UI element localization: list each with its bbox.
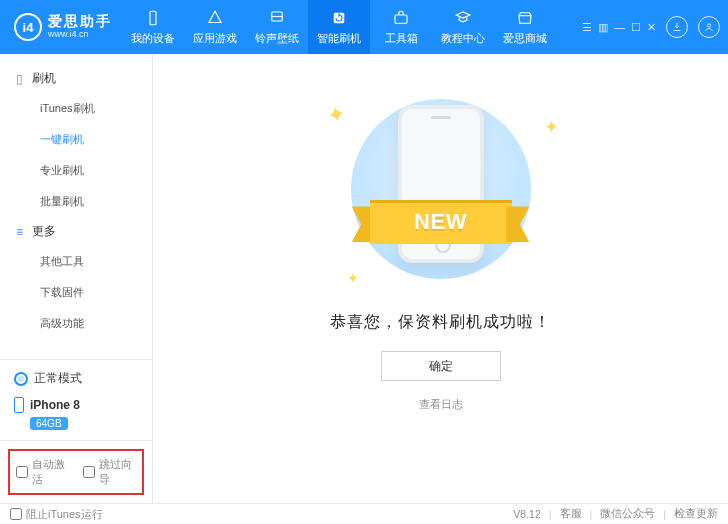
checkbox-input[interactable]: [10, 508, 22, 520]
wechat-link[interactable]: 微信公众号: [600, 507, 655, 521]
nav-label: 应用游戏: [193, 31, 237, 46]
view-log-link[interactable]: 查看日志: [419, 397, 463, 412]
app-header: i4 爱思助手 www.i4.cn 我的设备 应用游戏 铃声壁纸 智能刷机 工具…: [0, 0, 728, 54]
ok-button[interactable]: 确定: [381, 351, 501, 381]
group-title: 更多: [32, 223, 56, 240]
device-storage-badge: 64GB: [30, 417, 68, 430]
status-bar: 阻止iTunes运行 V8.12| 客服| 微信公众号| 检查更新: [0, 503, 728, 524]
success-message: 恭喜您，保资料刷机成功啦！: [330, 312, 551, 333]
window-close-icon[interactable]: ✕: [647, 21, 656, 34]
app-logo: i4 爱思助手 www.i4.cn: [0, 13, 122, 41]
toolbox-icon: [392, 9, 410, 27]
nav-apps[interactable]: 应用游戏: [184, 0, 246, 54]
support-link[interactable]: 客服: [560, 507, 582, 521]
device-icon: [144, 9, 162, 27]
device-name: iPhone 8: [30, 398, 80, 412]
sidebar-item-itunes-flash[interactable]: iTunes刷机: [0, 93, 152, 124]
checkbox-label: 跳过向导: [99, 457, 136, 487]
sidebar-item-download-fw[interactable]: 下载固件: [0, 277, 152, 308]
logo-icon: i4: [14, 13, 42, 41]
nav-label: 教程中心: [441, 31, 485, 46]
success-banner: ✦ ✦ ✦ NEW: [321, 94, 561, 284]
svg-rect-3: [395, 15, 407, 23]
nav-toolbox[interactable]: 工具箱: [370, 0, 432, 54]
version-label: V8.12: [513, 508, 540, 520]
download-button[interactable]: [666, 16, 688, 38]
account-button[interactable]: [698, 16, 720, 38]
checkbox-block-itunes[interactable]: 阻止iTunes运行: [10, 507, 103, 522]
sidebar-group-more: ≡更多: [0, 217, 152, 246]
sidebar-item-advanced[interactable]: 高级功能: [0, 308, 152, 339]
checkbox-input[interactable]: [16, 466, 28, 478]
highlighted-options: 自动激活 跳过向导: [10, 451, 142, 493]
sidebar-item-batch-flash[interactable]: 批量刷机: [0, 186, 152, 217]
checkbox-auto-activate[interactable]: 自动激活: [16, 457, 69, 487]
app-title: 爱思助手: [48, 14, 112, 29]
more-icon: ≡: [16, 225, 26, 239]
store-icon: [516, 9, 534, 27]
mode-label: 正常模式: [34, 370, 82, 387]
nav-flash[interactable]: 智能刷机: [308, 0, 370, 54]
window-minimize-icon[interactable]: —: [614, 21, 625, 34]
star-icon: ✦: [324, 100, 347, 129]
nav-ringtone[interactable]: 铃声壁纸: [246, 0, 308, 54]
header-right: ☰ ▥ — ☐ ✕: [582, 16, 728, 38]
flash-icon: [330, 9, 348, 27]
tutorial-icon: [454, 9, 472, 27]
update-link[interactable]: 检查更新: [674, 507, 718, 521]
svg-rect-0: [150, 11, 156, 25]
star-icon: ✦: [347, 270, 359, 286]
star-icon: ✦: [544, 116, 559, 138]
window-menu-icon[interactable]: ☰: [582, 21, 592, 34]
group-title: 刷机: [32, 70, 56, 87]
checkbox-skip-guide[interactable]: 跳过向导: [83, 457, 136, 487]
nav-label: 铃声壁纸: [255, 31, 299, 46]
window-maximize-icon[interactable]: ☐: [631, 21, 641, 34]
checkbox-label: 自动激活: [32, 457, 69, 487]
phone-outline-icon: ▯: [16, 72, 26, 86]
nav-label: 智能刷机: [317, 31, 361, 46]
window-lock-icon[interactable]: ▥: [598, 21, 608, 34]
sidebar-item-oneclick-flash[interactable]: 一键刷机: [0, 124, 152, 155]
ringtone-icon: [268, 9, 286, 27]
sidebar-item-pro-flash[interactable]: 专业刷机: [0, 155, 152, 186]
apps-icon: [206, 9, 224, 27]
ribbon-text: NEW: [370, 200, 512, 244]
sidebar-options: 自动激活 跳过向导: [0, 440, 152, 503]
nav-label: 工具箱: [385, 31, 418, 46]
window-controls: ☰ ▥ — ☐ ✕: [582, 21, 656, 34]
nav-my-devices[interactable]: 我的设备: [122, 0, 184, 54]
sidebar: ▯刷机 iTunes刷机 一键刷机 专业刷机 批量刷机 ≡更多 其他工具 下载固…: [0, 54, 153, 503]
app-url: www.i4.cn: [48, 30, 112, 40]
status-dot-icon: [14, 372, 28, 386]
ribbon: NEW: [352, 200, 530, 244]
sidebar-status: 正常模式 iPhone 8 64GB: [0, 359, 152, 440]
sidebar-item-other-tools[interactable]: 其他工具: [0, 246, 152, 277]
nav-label: 爱思商城: [503, 31, 547, 46]
phone-mini-icon: [14, 397, 24, 413]
checkbox-input[interactable]: [83, 466, 95, 478]
sidebar-group-flash: ▯刷机: [0, 64, 152, 93]
nav-tutorial[interactable]: 教程中心: [432, 0, 494, 54]
svg-point-4: [707, 24, 710, 27]
nav-label: 我的设备: [131, 31, 175, 46]
device-row[interactable]: iPhone 8 64GB: [14, 397, 138, 430]
checkbox-label: 阻止iTunes运行: [26, 507, 103, 522]
main-panel: ✦ ✦ ✦ NEW 恭喜您，保资料刷机成功啦！ 确定 查看日志: [153, 54, 728, 503]
main-nav: 我的设备 应用游戏 铃声壁纸 智能刷机 工具箱 教程中心 爱思商城: [122, 0, 556, 54]
mode-row[interactable]: 正常模式: [14, 370, 138, 387]
nav-store[interactable]: 爱思商城: [494, 0, 556, 54]
